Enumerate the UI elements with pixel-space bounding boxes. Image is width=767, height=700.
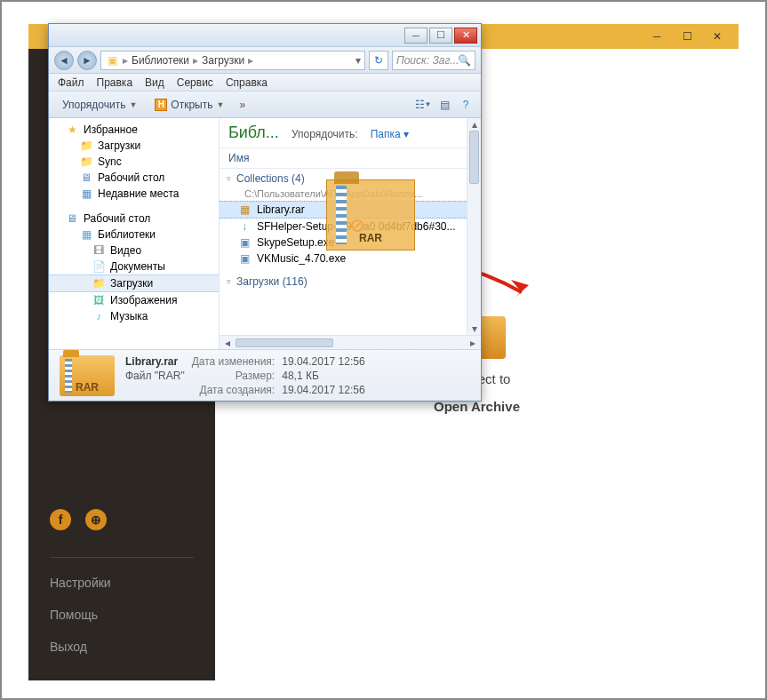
scroll-up-button[interactable]: ▴	[467, 118, 481, 131]
documents-icon: 📄	[92, 260, 106, 273]
tree-documents[interactable]: 📄Документы	[49, 259, 219, 274]
video-icon: 🎞	[92, 244, 106, 257]
exe-icon: ▣	[237, 252, 252, 265]
desktop-icon: 🖥	[65, 212, 79, 225]
libraries-icon: ▦	[79, 228, 93, 241]
explorer-menubar: Файл Правка Вид Сервис Справка	[49, 74, 481, 91]
menu-view[interactable]: Вид	[145, 76, 164, 89]
open-badge-icon: H	[155, 99, 167, 111]
exe-icon: ▣	[237, 236, 252, 249]
arrange-label: Упорядочить:	[292, 128, 358, 140]
organize-button[interactable]: Упорядочить▼	[56, 96, 143, 114]
tree-music[interactable]: ♪Музыка	[49, 308, 219, 324]
explorer-close-button[interactable]: ✕	[454, 28, 477, 44]
social-row: f ⊕	[28, 509, 215, 557]
explorer-window: ─ ☐ ✕ ◄ ► ▣ ▸ Библиотеки ▸ Загрузки ▸ ▾ …	[48, 23, 482, 402]
horizontal-scrollbar[interactable]: ◂ ▸	[220, 335, 481, 349]
address-dropdown[interactable]: ▾	[356, 54, 361, 67]
tree-desktop-root[interactable]: 🖥Рабочий стол	[49, 211, 219, 227]
scroll-down-button[interactable]: ▾	[467, 322, 481, 335]
breadcrumb-downloads[interactable]: Загрузки	[202, 54, 244, 67]
open-button[interactable]: HОткрыть▼	[148, 96, 230, 114]
arrange-folder[interactable]: Папка ▾	[371, 128, 409, 140]
web-icon[interactable]: ⊕	[85, 509, 107, 530]
chevron-down-icon: ▼	[216, 100, 224, 109]
explorer-minimize-button[interactable]: ─	[404, 28, 427, 44]
refresh-button[interactable]: ↻	[369, 51, 388, 70]
close-button[interactable]: ✕	[710, 29, 724, 44]
details-filename: Library.rar	[125, 355, 185, 368]
tree-libraries[interactable]: ▦Библиотеки	[49, 227, 219, 243]
menu-file[interactable]: Файл	[58, 76, 84, 89]
folder-icon: ▣	[105, 54, 119, 67]
search-icon: 🔍	[458, 54, 471, 67]
details-created-value: 19.04.2017 12:56	[282, 384, 364, 396]
library-title: Библ...	[228, 123, 279, 142]
details-size-label: Размер:	[192, 370, 276, 382]
details-pane: RAR Library.rar Дата изменения: 19.04.20…	[49, 349, 481, 401]
collapse-icon: ▿	[227, 277, 231, 286]
details-created-label: Дата создания:	[192, 384, 276, 396]
tree-desktop[interactable]: 🖥Рабочий стол	[49, 170, 219, 186]
folder-icon: 📁	[92, 277, 106, 290]
tree-downloads-lib[interactable]: 📁Загрузки	[49, 274, 219, 292]
rar-large-icon: RAR	[60, 355, 115, 396]
tree-favorites[interactable]: ★Избранное	[49, 122, 219, 138]
maximize-button[interactable]: ☐	[680, 29, 694, 44]
breadcrumb-libraries[interactable]: Библиотеки	[132, 54, 189, 67]
rar-file-icon: ▦	[237, 203, 252, 216]
music-icon: ♪	[92, 310, 106, 322]
breadcrumb-sep: ▸	[248, 54, 253, 67]
pictures-icon: 🖼	[92, 294, 106, 306]
sidebar-item-settings[interactable]: Настройки	[50, 576, 194, 590]
help-button[interactable]: ?	[458, 97, 474, 113]
menu-edit[interactable]: Правка	[97, 76, 133, 89]
explorer-nav: ◄ ► ▣ ▸ Библиотеки ▸ Загрузки ▸ ▾ ↻ Поис…	[49, 47, 481, 74]
explorer-titlebar[interactable]: ─ ☐ ✕	[49, 24, 481, 47]
folder-icon: 📁	[79, 139, 93, 152]
recent-icon: ▦	[79, 187, 93, 200]
menu-tools[interactable]: Сервис	[177, 76, 213, 89]
preview-pane-button[interactable]: ▤	[436, 97, 452, 113]
scroll-thumb[interactable]	[236, 338, 333, 347]
column-header-name[interactable]: Имя	[220, 148, 481, 169]
details-modified-value: 19.04.2017 12:56	[282, 355, 364, 368]
star-icon: ★	[65, 123, 79, 136]
sidebar-item-exit[interactable]: Выход	[50, 640, 194, 654]
chevron-down-icon: ▼	[129, 100, 137, 109]
drag-ghost-icon: RAR	[326, 179, 415, 251]
view-mode-button[interactable]: ☷▼	[415, 97, 431, 113]
scroll-right-button[interactable]: ▸	[467, 337, 479, 349]
forward-button[interactable]: ►	[77, 51, 97, 70]
tree-pictures[interactable]: 🖼Изображения	[49, 292, 219, 308]
vertical-scrollbar[interactable]: ▴ ▾	[467, 118, 481, 335]
facebook-icon[interactable]: f	[50, 509, 71, 530]
breadcrumb-sep: ▸	[123, 54, 128, 67]
tree-recent[interactable]: ▦Недавние места	[49, 186, 219, 202]
collapse-icon: ▿	[227, 174, 231, 183]
sidebar-item-help[interactable]: Помощь	[50, 608, 194, 622]
tree-video[interactable]: 🎞Видео	[49, 243, 219, 259]
back-button[interactable]: ◄	[54, 51, 74, 70]
details-modified-label: Дата изменения:	[192, 355, 276, 368]
explorer-maximize-button[interactable]: ☐	[429, 28, 452, 44]
address-bar[interactable]: ▣ ▸ Библиотеки ▸ Загрузки ▸ ▾	[100, 51, 365, 70]
breadcrumb-sep: ▸	[193, 54, 198, 67]
scroll-thumb[interactable]	[469, 131, 479, 184]
scroll-left-button[interactable]: ◂	[221, 337, 234, 349]
explorer-toolbar: Упорядочить▼ HОткрыть▼ » ☷▼ ▤ ?	[49, 91, 481, 118]
sidebar-divider	[50, 557, 194, 558]
tree-sync[interactable]: 📁Sync	[49, 154, 219, 170]
tree-downloads[interactable]: 📁Загрузки	[49, 138, 219, 154]
group-downloads[interactable]: ▿Загрузки (116)	[220, 274, 481, 290]
download-icon: ↓	[237, 220, 252, 233]
minimize-button[interactable]: ─	[650, 29, 664, 44]
toolbar-overflow[interactable]: »	[236, 99, 249, 111]
file-row[interactable]: ▣VKMusic_4.70.exe	[220, 251, 481, 266]
search-box[interactable]: Поиск: Заг... 🔍	[392, 51, 475, 70]
nav-tree: ★Избранное 📁Загрузки 📁Sync 🖥Рабочий стол…	[49, 118, 220, 349]
desktop-icon: 🖥	[79, 171, 93, 184]
menu-help[interactable]: Справка	[226, 76, 268, 89]
search-placeholder: Поиск: Заг...	[396, 54, 459, 67]
details-size-value: 48,1 КБ	[282, 370, 364, 382]
